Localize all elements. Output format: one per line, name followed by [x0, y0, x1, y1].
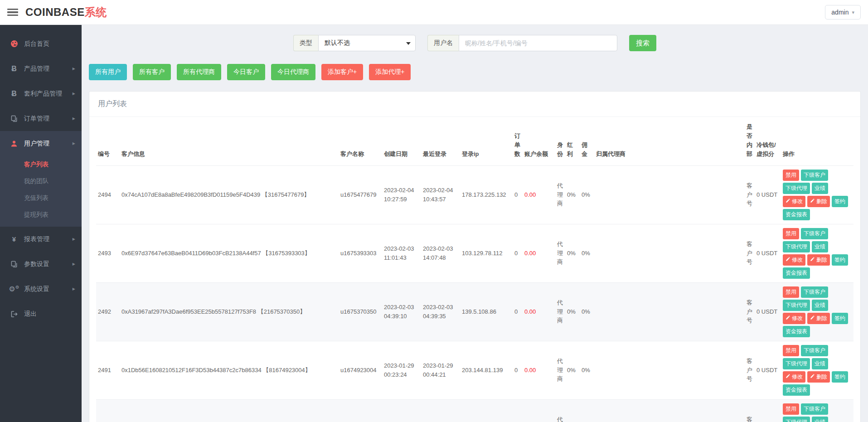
cell-internal: 客户号	[745, 399, 755, 422]
action-edit-button[interactable]: 修改	[783, 254, 805, 266]
action-label: 业绩	[815, 184, 825, 192]
today-agents-button[interactable]: 今日代理商	[271, 64, 315, 80]
cell-internal: 客户号	[745, 165, 755, 224]
sidebar-group-users: 用户管理▶客户列表我的团队充值列表提现列表	[0, 131, 82, 227]
action-sign-button[interactable]: 签约	[832, 254, 848, 266]
action-sign-button[interactable]: 签约	[832, 371, 848, 383]
action-sign-button[interactable]: 签约	[832, 196, 848, 207]
all-customers-button[interactable]: 所有客户	[133, 64, 171, 80]
action-sub-customers-button[interactable]: 下级客户	[801, 170, 828, 181]
sidebar-subitem-withdraw-list[interactable]: 提现列表	[0, 206, 82, 223]
action-sub-agents-button[interactable]: 下级代理	[783, 300, 810, 311]
action-disable-button[interactable]: 禁用	[783, 403, 799, 415]
action-delete-button[interactable]: 删除	[807, 254, 830, 266]
sidebar-item-arbitrage-products[interactable]: Ƀ套利产品管理▶	[0, 81, 82, 106]
all-users-button[interactable]: 所有用户	[89, 64, 127, 80]
action-disable-button[interactable]: 禁用	[783, 345, 799, 356]
action-fund-report-button[interactable]: 资金报表	[783, 209, 810, 220]
action-edit-button[interactable]: 修改	[783, 313, 805, 324]
action-sub-agents-button[interactable]: 下级代理	[783, 417, 810, 422]
sidebar-item-orders[interactable]: 订单管理▶	[0, 106, 82, 131]
action-sub-customers-button[interactable]: 下级客户	[801, 286, 828, 298]
add-customer-button[interactable]: 添加客户+	[321, 64, 363, 80]
add-agent-button[interactable]: 添加代理+	[369, 64, 411, 80]
action-performance-button[interactable]: 业绩	[812, 358, 828, 369]
cell-info: 0x434508fF21f4A0AaEcFc1F615cB704Dc9EbD67…	[120, 399, 339, 422]
column-header: 账户余额	[523, 117, 555, 165]
action-fund-report-button[interactable]: 资金报表	[783, 384, 810, 396]
user-menu-label: admin	[831, 9, 849, 16]
sidebar-item-label: 报表管理	[24, 235, 49, 243]
sidebar-item-label: 系统设置	[24, 285, 49, 293]
action-sign-button[interactable]: 签约	[832, 313, 848, 324]
table-row: 24930x6E97d37647e63BaeB0411D69b03FcB2138…	[96, 224, 853, 282]
sidebar-item-params[interactable]: 参数设置▶	[0, 252, 82, 276]
action-performance-button[interactable]: 业绩	[812, 417, 828, 422]
action-delete-button[interactable]: 删除	[807, 313, 830, 324]
action-delete-button[interactable]: 删除	[807, 196, 830, 207]
cell-ip: 178.173.225.132	[460, 165, 513, 224]
cell-actions: 禁用下级客户下级代理业绩修改删除签约资金报表	[781, 341, 853, 399]
cell-id: 2492	[96, 282, 120, 341]
sidebar-item-dashboard[interactable]: 后台首页	[0, 31, 82, 56]
cell-internal: 客户号	[745, 224, 755, 282]
all-agents-button[interactable]: 所有代理商	[177, 64, 221, 80]
sidebar-item-products[interactable]: Ƀ产品管理▶	[0, 56, 82, 81]
row-actions: 禁用下级客户下级代理业绩修改删除签约资金报表	[783, 170, 852, 220]
action-performance-button[interactable]: 业绩	[812, 300, 828, 311]
action-fund-report-button[interactable]: 资金报表	[783, 267, 810, 279]
dashboard-icon	[9, 40, 19, 48]
cell-balance: 0.00	[523, 224, 555, 282]
column-header: 创建日期	[382, 117, 421, 165]
cell-last-login: 2023-02-03 04:39:35	[421, 282, 460, 341]
menu-toggle-icon[interactable]	[7, 9, 18, 16]
main-content: 类型 默认不选 用户名 搜索 所有用户所有客户所有代理商今日客户今日代理商添加客…	[82, 25, 868, 422]
action-disable-button[interactable]: 禁用	[783, 170, 799, 181]
row-actions: 禁用下级客户下级代理业绩修改删除签约资金报表	[783, 228, 852, 279]
action-edit-button[interactable]: 修改	[783, 196, 805, 207]
sidebar-subitem-my-team[interactable]: 我的团队	[0, 173, 82, 189]
cell-agent	[594, 224, 745, 282]
column-header: 是否内部	[745, 117, 755, 165]
sidebar-item-logout[interactable]: 退出	[0, 301, 82, 326]
action-label: 签约	[834, 256, 845, 264]
sidebar-item-users[interactable]: 用户管理▶	[0, 131, 82, 156]
cell-created: 2023-02-03 04:39:10	[382, 282, 421, 341]
cell-identity: 代理商	[555, 282, 565, 341]
action-label: 下级客户	[804, 171, 825, 179]
action-sub-agents-button[interactable]: 下级代理	[783, 183, 810, 194]
sidebar-item-system[interactable]: ⚙⚙系统设置▶	[0, 276, 82, 301]
cell-orders: 0	[513, 165, 523, 224]
action-label: 业绩	[815, 301, 825, 309]
action-sub-agents-button[interactable]: 下级代理	[783, 241, 810, 252]
today-customers-button[interactable]: 今日客户	[227, 64, 265, 80]
action-label: 下级代理	[786, 184, 807, 192]
user-menu[interactable]: admin ▾	[825, 5, 861, 19]
type-select[interactable]: 默认不选	[318, 35, 416, 51]
action-fund-report-button[interactable]: 资金报表	[783, 326, 810, 337]
action-performance-button[interactable]: 业绩	[812, 183, 828, 194]
sidebar-item-reports[interactable]: ¥报表管理▶	[0, 227, 82, 252]
action-disable-button[interactable]: 禁用	[783, 286, 799, 298]
action-delete-button[interactable]: 删除	[807, 371, 830, 383]
action-performance-button[interactable]: 业绩	[812, 241, 828, 252]
chevron-right-icon: ▶	[73, 92, 75, 96]
column-header: 操作	[781, 117, 853, 165]
sidebar-subitem-customer-list[interactable]: 客户列表	[0, 156, 82, 173]
action-sub-customers-button[interactable]: 下级客户	[801, 403, 828, 415]
action-sub-customers-button[interactable]: 下级客户	[801, 345, 828, 356]
chevron-right-icon: ▶	[73, 67, 75, 71]
cell-id: 2490	[96, 399, 120, 422]
username-input[interactable]	[459, 35, 617, 51]
search-button[interactable]: 搜索	[629, 35, 656, 51]
cell-info: 0xA31967af297fA3Dae6f953EE25b5578127f753…	[120, 282, 339, 341]
sidebar-subitem-deposit-list[interactable]: 充值列表	[0, 189, 82, 206]
column-header: 身份	[555, 117, 565, 165]
bitcoin-icon: Ƀ	[9, 65, 19, 73]
action-sub-agents-button[interactable]: 下级代理	[783, 358, 810, 369]
pencil-icon	[810, 373, 815, 380]
action-edit-button[interactable]: 修改	[783, 371, 805, 383]
action-disable-button[interactable]: 禁用	[783, 228, 799, 239]
action-sub-customers-button[interactable]: 下级客户	[801, 228, 828, 239]
cell-ip: 103.129.78.112	[460, 224, 513, 282]
